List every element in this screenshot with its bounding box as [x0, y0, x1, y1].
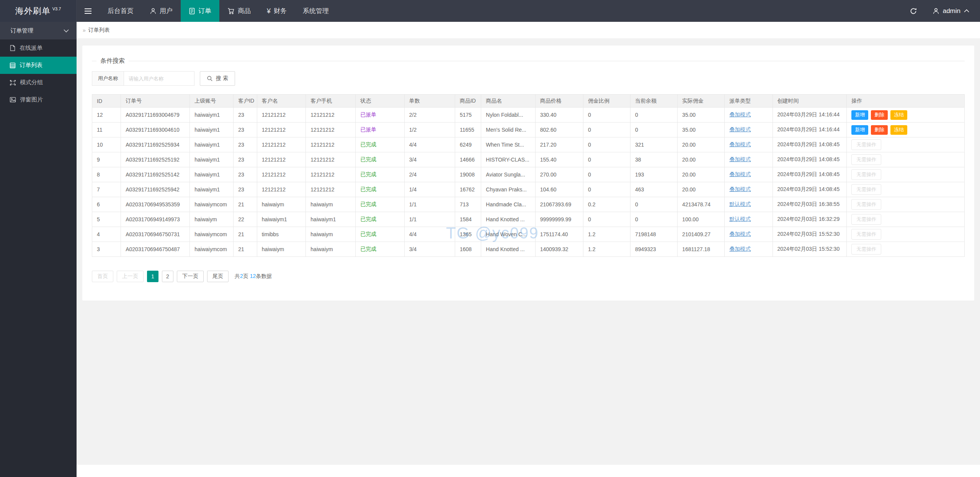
column-header-order-count: 单数	[404, 95, 455, 108]
add-button[interactable]: 新增	[851, 110, 868, 120]
cell-created-at: 2024年02月03日 15:52:30	[773, 227, 847, 242]
status-badge: 已派单	[360, 126, 376, 132]
username: admin	[943, 7, 960, 15]
status-badge: 已派单	[360, 111, 376, 118]
cell-order-count: 1/1	[404, 197, 455, 212]
cell-parent-account: haiwaiym1	[190, 182, 234, 197]
cell-order-count: 3/4	[404, 152, 455, 167]
nav-item-finance[interactable]: ¥ 财务	[259, 0, 295, 22]
hamburger-icon	[84, 8, 92, 15]
cell-actions: 无需操作	[847, 167, 965, 182]
cell-status: 已完成	[356, 182, 405, 197]
nav-item-dashboard[interactable]: 后台首页	[100, 0, 142, 22]
last-page-button[interactable]: 尾页	[207, 271, 229, 282]
cell-product-price: 330.40	[535, 108, 583, 123]
cell-customer-phone: haiwaiym	[306, 242, 356, 257]
cell-status: 已完成	[356, 242, 405, 257]
dispatch-type-link[interactable]: 叠加模式	[729, 231, 751, 237]
page-button-2[interactable]: 2	[162, 271, 173, 282]
cell-id: 9	[92, 152, 121, 167]
cell-actions: 无需操作	[847, 137, 965, 152]
no-action-button: 无需操作	[851, 244, 881, 255]
sidebar-toggle-button[interactable]	[77, 0, 100, 22]
dispatch-type-link[interactable]: 叠加模式	[729, 186, 751, 192]
dispatch-type-link[interactable]: 默认模式	[729, 216, 751, 222]
cell-product-price: 104.60	[535, 182, 583, 197]
main-nav: 后台首页 用户 订单 商品 ¥ 财	[100, 0, 337, 22]
sidebar-item-popup-image[interactable]: 弹窗图片	[0, 91, 77, 108]
app-version: V3.7	[52, 7, 61, 11]
cell-order-no: A03291711692525142	[121, 167, 190, 182]
cell-product-name: HISTORY-CLAS...	[481, 152, 535, 167]
cell-product-price: 217.20	[535, 137, 583, 152]
dispatch-type-link[interactable]: 默认模式	[729, 201, 751, 207]
cell-product-price: 155.40	[535, 152, 583, 167]
freeze-button[interactable]: 冻结	[890, 110, 907, 120]
cell-customer-id: 23	[234, 123, 257, 137]
first-page-button: 首页	[92, 271, 113, 282]
add-button[interactable]: 新增	[851, 125, 868, 135]
delete-button[interactable]: 删除	[871, 125, 888, 135]
search-button[interactable]: 搜 索	[200, 71, 235, 86]
column-header-actions: 操作	[847, 95, 965, 108]
sidebar-item-order-list[interactable]: 订单列表	[0, 57, 77, 74]
group-icon	[10, 80, 16, 86]
cell-customer-id: 23	[234, 108, 257, 123]
cell-commission-ratio: 0	[583, 152, 630, 167]
dispatch-type-link[interactable]: 叠加模式	[729, 156, 751, 162]
cell-customer-id: 23	[234, 182, 257, 197]
breadcrumb-current: 订单列表	[88, 27, 110, 34]
user-menu[interactable]: admin	[933, 7, 969, 15]
column-header-commission-ratio: 佣金比例	[583, 95, 630, 108]
sidebar-item-online-dispatch[interactable]: 在线派单	[0, 39, 77, 57]
nav-item-system[interactable]: 系统管理	[295, 0, 337, 22]
nav-item-users[interactable]: 用户	[142, 0, 181, 22]
refresh-button[interactable]	[910, 7, 917, 15]
cell-product-price: 802.60	[535, 123, 583, 137]
sidebar-item-mode-group[interactable]: 模式分组	[0, 74, 77, 91]
user-avatar-icon	[933, 8, 939, 15]
cart-icon	[227, 8, 235, 15]
cell-product-price: 1400939.32	[535, 242, 583, 257]
cell-product-id: 19008	[455, 167, 481, 182]
pagination: 首页 上一页 12 下一页 尾页 共2页 12条数据	[92, 271, 965, 282]
cell-dispatch-type: 叠加模式	[725, 108, 773, 123]
cell-current-balance: 7198148	[630, 227, 678, 242]
nav-item-orders[interactable]: 订单	[181, 0, 219, 22]
delete-button[interactable]: 删除	[871, 110, 888, 120]
breadcrumb: » 订单列表	[77, 22, 980, 38]
cell-dispatch-type: 叠加模式	[725, 242, 773, 257]
cell-status: 已完成	[356, 212, 405, 227]
status-badge: 已完成	[360, 156, 376, 162]
dispatch-type-link[interactable]: 叠加模式	[729, 126, 751, 132]
freeze-button[interactable]: 冻结	[890, 125, 907, 135]
dispatch-type-link[interactable]: 叠加模式	[729, 246, 751, 252]
cell-product-name: Aviator Sungla...	[481, 167, 535, 182]
dispatch-type-link[interactable]: 叠加模式	[729, 111, 751, 118]
cell-customer-id: 21	[234, 197, 257, 212]
cell-order-no: A02031706949149973	[121, 212, 190, 227]
cell-customer-phone: 12121212	[306, 123, 356, 137]
column-header-actual-commission: 实际佣金	[678, 95, 725, 108]
yen-icon: ¥	[267, 8, 271, 15]
cell-product-name: Handmade Cla...	[481, 197, 535, 212]
cell-product-name: Hand Knotted ...	[481, 212, 535, 227]
cell-order-no: A03291711692525192	[121, 152, 190, 167]
cell-order-no: A02031706949535359	[121, 197, 190, 212]
column-header-parent-account: 上级账号	[190, 95, 234, 108]
next-page-button[interactable]: 下一页	[177, 271, 204, 282]
page-button-1[interactable]: 1	[147, 271, 158, 282]
app-logo: 海外刷单 V3.7	[0, 0, 77, 22]
nav-item-products[interactable]: 商品	[219, 0, 259, 22]
column-header-id: ID	[92, 95, 121, 108]
cell-commission-ratio: 0.2	[583, 197, 630, 212]
file-icon	[10, 45, 16, 51]
cell-order-count: 2/4	[404, 167, 455, 182]
cell-product-price: 270.00	[535, 167, 583, 182]
username-input[interactable]	[124, 71, 194, 86]
cell-commission-ratio: 0	[583, 108, 630, 123]
dispatch-type-link[interactable]: 叠加模式	[729, 141, 751, 147]
dispatch-type-link[interactable]: 叠加模式	[729, 171, 751, 177]
sidebar-group-order-management[interactable]: 订单管理	[0, 22, 77, 39]
cell-dispatch-type: 叠加模式	[725, 152, 773, 167]
